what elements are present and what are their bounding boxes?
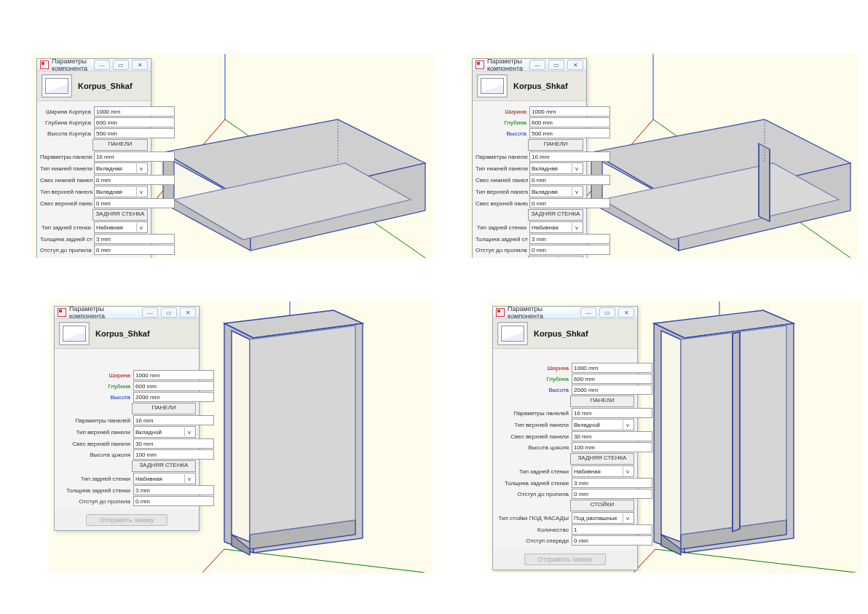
parameter-dropdown[interactable]: Вкладнаяv xyxy=(94,186,148,197)
submit-button[interactable]: Отправить заявку xyxy=(524,554,606,565)
parameter-input[interactable] xyxy=(94,106,175,117)
component-options-dialog[interactable]: Параметры компонента — ▭ ✕ Korpus_Shkaf … xyxy=(492,306,638,570)
section-toggle-button[interactable]: ЗАДНЯЯ СТЕНКА xyxy=(528,209,583,221)
viewport-4[interactable]: Параметры компонента — ▭ ✕ Korpus_Shkaf … xyxy=(487,301,862,573)
parameter-input[interactable] xyxy=(133,370,214,380)
parameter-input[interactable] xyxy=(572,431,652,441)
section-header[interactable]: ПАНЕЛИ xyxy=(476,139,583,151)
section-header[interactable]: ЗАДНЯЯ СТЕНКА xyxy=(40,209,148,221)
section-toggle-button[interactable]: СТОЙКИ xyxy=(528,256,583,259)
close-button[interactable]: ✕ xyxy=(132,60,148,70)
parameter-dropdown[interactable]: Набивнаяv xyxy=(94,221,148,233)
parameter-dropdown[interactable]: Вкладнаяv xyxy=(94,162,148,174)
parameter-input[interactable] xyxy=(94,117,175,127)
section-toggle-button[interactable]: ПАНЕЛИ xyxy=(92,139,148,151)
section-header[interactable]: ЗАДНЯЯ СТЕНКА xyxy=(496,453,634,465)
parameter-row: Тип задней стенкиНабивнаяv xyxy=(496,465,634,477)
parameter-input[interactable] xyxy=(94,245,175,255)
parameter-input[interactable] xyxy=(529,175,610,185)
parameter-input[interactable] xyxy=(94,198,175,208)
dialog-titlebar[interactable]: Параметры компонента — ▭ ✕ xyxy=(55,307,199,319)
parameter-input[interactable] xyxy=(572,363,652,373)
section-header[interactable]: ЗАДНЯЯ СТЕНКА xyxy=(58,460,196,472)
parameter-input[interactable] xyxy=(572,374,652,384)
minimize-button[interactable]: — xyxy=(529,60,545,70)
close-button[interactable]: ✕ xyxy=(180,307,196,318)
parameter-input[interactable] xyxy=(133,438,214,449)
parameter-input[interactable] xyxy=(529,128,610,138)
section-header[interactable]: ПАНЕЛИ xyxy=(496,395,634,407)
section-toggle-button[interactable]: ЗАДНЯЯ СТЕНКА xyxy=(92,209,148,221)
maximize-button[interactable]: ▭ xyxy=(113,60,129,70)
dialog-titlebar[interactable]: Параметры компонента — ▭ ✕ xyxy=(473,59,586,71)
parameter-input[interactable] xyxy=(572,385,652,395)
section-toggle-button[interactable]: ЗАДНЯЯ СТЕНКА xyxy=(570,453,634,465)
parameter-dropdown[interactable]: Вкладнаяv xyxy=(529,162,583,174)
component-name: Korpus_Shkaf xyxy=(534,329,588,338)
parameter-input[interactable] xyxy=(572,408,652,418)
parameter-input[interactable] xyxy=(94,151,175,162)
parameter-input[interactable] xyxy=(572,478,652,488)
parameter-input[interactable] xyxy=(133,449,214,460)
parameter-input[interactable] xyxy=(529,106,610,117)
dialog-header: Korpus_Shkaf xyxy=(473,71,586,101)
minimize-button[interactable]: — xyxy=(580,307,596,318)
parameter-input[interactable] xyxy=(572,524,652,535)
close-button[interactable]: ✕ xyxy=(567,60,583,70)
section-toggle-button[interactable]: ПАНЕЛИ xyxy=(528,139,583,151)
parameter-input[interactable] xyxy=(94,234,175,244)
parameter-input[interactable] xyxy=(133,415,214,425)
section-header[interactable]: ЗАДНЯЯ СТЕНКА xyxy=(476,209,583,221)
section-header[interactable]: ПАНЕЛИ xyxy=(40,139,148,151)
maximize-button[interactable]: ▭ xyxy=(599,307,615,318)
component-options-dialog[interactable]: Параметры компонента — ▭ ✕ Korpus_Shkaf … xyxy=(36,58,151,259)
close-button[interactable]: ✕ xyxy=(618,307,634,318)
minimize-button[interactable]: — xyxy=(142,307,158,318)
parameter-input[interactable] xyxy=(133,381,214,391)
parameter-input[interactable] xyxy=(572,489,652,499)
section-toggle-button[interactable]: ПАНЕЛИ xyxy=(570,395,634,407)
section-header[interactable]: ПАНЕЛИ xyxy=(58,403,196,414)
dialog-titlebar[interactable]: Параметры компонента — ▭ ✕ xyxy=(37,59,151,71)
parameter-dropdown[interactable]: Набивнаяv xyxy=(529,221,583,233)
section-toggle-button[interactable]: ЗАДНЯЯ СТЕНКА xyxy=(132,460,196,472)
minimize-button[interactable]: — xyxy=(94,60,110,70)
parameter-input[interactable] xyxy=(529,234,610,244)
section-toggle-button[interactable]: СТОЙКИ xyxy=(570,500,634,511)
parameter-row: Параметры панелей xyxy=(476,151,583,162)
chevron-down-icon: v xyxy=(623,467,632,476)
viewport-2[interactable]: Параметры компонента — ▭ ✕ Korpus_Shkaf … xyxy=(467,53,859,259)
parameter-label: Ширина xyxy=(496,365,570,371)
component-options-dialog[interactable]: Параметры компонента — ▭ ✕ Korpus_Shkaf … xyxy=(472,58,587,259)
parameter-input[interactable] xyxy=(572,535,652,546)
maximize-button[interactable]: ▭ xyxy=(548,60,564,70)
parameter-input[interactable] xyxy=(133,496,214,506)
parameter-input[interactable] xyxy=(529,117,610,127)
component-options-dialog[interactable]: Параметры компонента — ▭ ✕ Korpus_Shkaf … xyxy=(54,306,200,531)
svg-line-23 xyxy=(202,549,224,572)
section-header[interactable]: СТОЙКИ xyxy=(496,500,634,511)
parameter-input[interactable] xyxy=(133,485,214,495)
section-toggle-button[interactable]: ПАНЕЛИ xyxy=(132,403,196,414)
parameter-dropdown[interactable]: Вкладнойv xyxy=(572,419,634,430)
parameter-input[interactable] xyxy=(529,151,610,162)
parameter-dropdown[interactable]: Набивнаяv xyxy=(133,473,196,484)
section-header[interactable]: СТОЙКИ xyxy=(476,256,583,259)
parameter-dropdown[interactable]: Вкладнойv xyxy=(133,426,196,438)
parameter-dropdown[interactable]: Вкладнаяv xyxy=(529,186,583,197)
chevron-down-icon: v xyxy=(136,164,146,173)
parameter-input[interactable] xyxy=(133,392,214,402)
parameter-input[interactable] xyxy=(572,442,652,452)
viewport-1[interactable]: Параметры компонента — ▭ ✕ Korpus_Shkaf … xyxy=(31,53,433,259)
parameter-input[interactable] xyxy=(529,245,610,255)
parameter-dropdown[interactable]: Набивнаяv xyxy=(572,465,634,477)
submit-button[interactable]: Отправить заявку xyxy=(86,514,167,526)
parameter-dropdown[interactable]: Под распашныеv xyxy=(572,512,634,524)
dialog-titlebar[interactable]: Параметры компонента — ▭ ✕ xyxy=(493,307,637,319)
parameter-input[interactable] xyxy=(94,175,175,185)
viewport-3[interactable]: Параметры компонента — ▭ ✕ Korpus_Shkaf … xyxy=(49,301,433,573)
parameter-input[interactable] xyxy=(529,198,610,208)
parameter-label: Тип нижней панели xyxy=(40,165,92,172)
maximize-button[interactable]: ▭ xyxy=(161,307,177,318)
parameter-input[interactable] xyxy=(94,128,175,138)
